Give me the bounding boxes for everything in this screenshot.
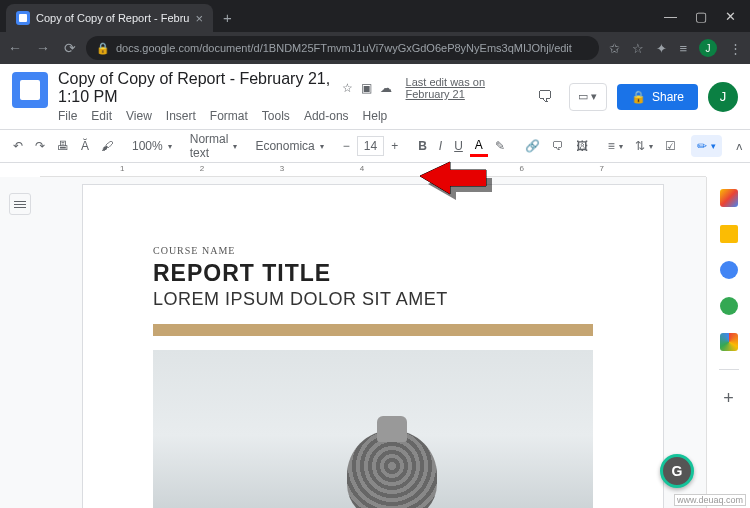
document-title[interactable]: Copy of Copy of Report - February 21, 1:… xyxy=(58,70,332,106)
browser-tab-strip: Copy of Copy of Report - Febru × + — ▢ ✕ xyxy=(0,0,750,32)
reading-list-icon[interactable]: ≡ xyxy=(679,41,687,56)
docs-favicon xyxy=(16,11,30,25)
insert-link-icon[interactable]: 🔗 xyxy=(520,135,545,157)
address-bar[interactable]: 🔒 docs.google.com/document/d/1BNDM25FTmv… xyxy=(86,36,599,60)
cloud-status-icon[interactable]: ☁ xyxy=(380,81,392,95)
highlight-icon[interactable]: ✎ xyxy=(490,135,510,157)
checklist-icon[interactable]: ☑ xyxy=(660,135,681,157)
extensions-icon[interactable]: ✦ xyxy=(656,41,667,56)
side-panel: + xyxy=(706,177,750,508)
menu-help[interactable]: Help xyxy=(363,109,388,123)
align-icon[interactable]: ≡ xyxy=(603,135,628,157)
menu-view[interactable]: View xyxy=(126,109,152,123)
url-text: docs.google.com/document/d/1BNDM25FTmvmJ… xyxy=(116,42,572,54)
move-icon[interactable]: ▣ xyxy=(361,81,372,95)
font-dropdown[interactable]: Economica xyxy=(251,136,327,156)
ruler-mark: 7 xyxy=(599,164,603,173)
present-button[interactable]: ▭ ▾ xyxy=(569,83,607,111)
paragraph-style-dropdown[interactable]: Normal text xyxy=(186,129,242,163)
lock-icon: 🔒 xyxy=(96,42,110,55)
menu-format[interactable]: Format xyxy=(210,109,248,123)
browser-profile-avatar[interactable]: J xyxy=(699,39,717,57)
underline-icon[interactable]: U xyxy=(449,135,468,157)
document-page[interactable]: COURSE NAME REPORT TITLE LOREM IPSUM DOL… xyxy=(83,185,663,508)
grammarly-icon[interactable] xyxy=(660,454,694,488)
minimize-icon[interactable]: — xyxy=(664,9,677,24)
menu-addons[interactable]: Add-ons xyxy=(304,109,349,123)
increase-font-icon[interactable]: + xyxy=(386,135,403,157)
star-icon[interactable]: ☆ xyxy=(342,81,353,95)
keep-icon[interactable] xyxy=(720,225,738,243)
cover-image[interactable] xyxy=(153,350,593,508)
menu-file[interactable]: File xyxy=(58,109,77,123)
docs-header: Copy of Copy of Report - February 21, 1:… xyxy=(0,64,750,123)
forward-icon[interactable]: → xyxy=(36,40,50,56)
close-tab-icon[interactable]: × xyxy=(195,11,203,26)
decrease-font-icon[interactable]: − xyxy=(338,135,355,157)
photo-subject xyxy=(347,430,437,508)
calendar-icon[interactable] xyxy=(720,189,738,207)
report-subtitle-text[interactable]: LOREM IPSUM DOLOR SIT AMET xyxy=(153,289,593,310)
watermark: www.deuaq.com xyxy=(674,494,746,506)
ruler-mark: 3 xyxy=(280,164,284,173)
add-addon-icon[interactable]: + xyxy=(723,388,734,409)
browser-menu-icon[interactable]: ⋮ xyxy=(729,41,742,56)
document-outline-icon[interactable] xyxy=(9,193,31,215)
last-edit-link[interactable]: Last edit was on February 21 xyxy=(406,76,521,100)
paint-format-icon[interactable]: 🖌 xyxy=(96,135,118,157)
window-controls: — ▢ ✕ xyxy=(656,9,744,32)
comment-history-icon[interactable]: 🗨 xyxy=(531,83,559,111)
insert-image-icon[interactable]: 🖼 xyxy=(571,135,593,157)
ruler-mark: 1 xyxy=(120,164,124,173)
spellcheck-icon[interactable]: Ă xyxy=(76,135,94,157)
browser-toolbar: ← → ⟳ 🔒 docs.google.com/document/d/1BNDM… xyxy=(0,32,750,64)
undo-icon[interactable]: ↶ xyxy=(8,135,28,157)
account-avatar[interactable]: J xyxy=(708,82,738,112)
tasks-icon[interactable] xyxy=(720,261,738,279)
document-canvas: COURSE NAME REPORT TITLE LOREM IPSUM DOL… xyxy=(0,177,750,508)
share-label: Share xyxy=(652,90,684,104)
maps-icon[interactable] xyxy=(720,333,738,351)
reload-icon[interactable]: ⟳ xyxy=(64,40,76,56)
editing-mode-button[interactable]: ✏ ▾ xyxy=(691,135,722,157)
font-size-input[interactable]: 14 xyxy=(357,136,384,156)
ruler-mark: 6 xyxy=(520,164,524,173)
back-icon[interactable]: ← xyxy=(8,40,22,56)
menu-bar: File Edit View Insert Format Tools Add-o… xyxy=(58,109,521,123)
redo-icon[interactable]: ↷ xyxy=(30,135,50,157)
tab-title: Copy of Copy of Report - Febru xyxy=(36,12,189,24)
close-window-icon[interactable]: ✕ xyxy=(725,9,736,24)
docs-logo-icon[interactable] xyxy=(12,72,48,108)
new-tab-button[interactable]: + xyxy=(213,9,242,32)
horizontal-ruler[interactable]: 1 2 3 4 5 6 7 xyxy=(40,163,706,177)
browser-tab[interactable]: Copy of Copy of Report - Febru × xyxy=(6,4,213,32)
share-button[interactable]: 🔒 Share xyxy=(617,84,698,110)
bold-icon[interactable]: B xyxy=(413,135,432,157)
share-url-icon[interactable]: ✩ xyxy=(609,41,620,56)
annotation-arrow-icon xyxy=(416,156,496,202)
ruler-mark: 4 xyxy=(360,164,364,173)
print-icon[interactable]: 🖶 xyxy=(52,135,74,157)
lock-share-icon: 🔒 xyxy=(631,90,646,104)
menu-tools[interactable]: Tools xyxy=(262,109,290,123)
hide-menus-icon[interactable]: ʌ xyxy=(732,140,747,153)
ruler-mark: 2 xyxy=(200,164,204,173)
line-spacing-icon[interactable]: ⇅ xyxy=(630,135,658,157)
text-color-icon[interactable]: A xyxy=(470,136,488,157)
contacts-icon[interactable] xyxy=(720,297,738,315)
menu-insert[interactable]: Insert xyxy=(166,109,196,123)
course-name-text[interactable]: COURSE NAME xyxy=(153,245,593,256)
bookmark-icon[interactable]: ☆ xyxy=(632,41,644,56)
menu-edit[interactable]: Edit xyxy=(91,109,112,123)
italic-icon[interactable]: I xyxy=(434,135,447,157)
maximize-icon[interactable]: ▢ xyxy=(695,9,707,24)
formatting-toolbar: ↶ ↷ 🖶 Ă 🖌 100% Normal text Economica − 1… xyxy=(0,129,750,163)
report-title-text[interactable]: REPORT TITLE xyxy=(153,260,593,287)
accent-bar xyxy=(153,324,593,336)
add-comment-icon[interactable]: 🗨 xyxy=(547,135,569,157)
zoom-dropdown[interactable]: 100% xyxy=(128,136,176,156)
